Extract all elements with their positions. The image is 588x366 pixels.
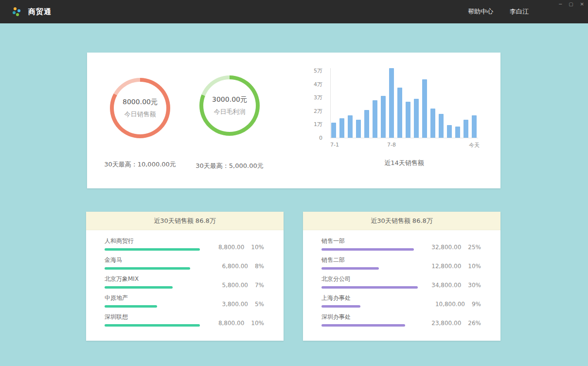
- today-sales-value: 8000.00元: [123, 98, 158, 107]
- list-item: 金海马 6,800.008%: [105, 256, 264, 275]
- sales-percent: 9%: [472, 301, 481, 308]
- minimize-button[interactable]: ─: [558, 1, 563, 7]
- user-name[interactable]: 李白江: [510, 7, 529, 16]
- titlebar: 商贸通 帮助中心 李白江 ─ ▢ ✕: [0, 0, 588, 23]
- department-sales-card-title: 近30天销售额 86.8万: [303, 212, 500, 230]
- sales-bar: [105, 305, 157, 308]
- sales-bar: [105, 248, 200, 251]
- ytick-3: 3万: [298, 94, 322, 101]
- ytick-0: 0: [298, 135, 322, 141]
- row-value: 6,800.008%: [222, 263, 264, 270]
- bar-track: [321, 305, 419, 308]
- sales-day-bar: [439, 114, 444, 138]
- sales-amount: 12,800.00: [431, 263, 461, 270]
- sales-amount: 3,800.00: [222, 301, 248, 308]
- sales-day-bar: [406, 102, 410, 138]
- sales-day-bar: [356, 120, 361, 138]
- sales-bar: [105, 324, 200, 327]
- sales-day-bar: [373, 100, 377, 138]
- ytick-1: 1万: [298, 121, 322, 128]
- sales-amount: 34,800.00: [431, 282, 461, 289]
- list-item: 销售一部 32,800.0025%: [321, 237, 481, 256]
- list-item: 人和商贸行 8,800.0010%: [105, 237, 264, 256]
- row-value: 32,800.0025%: [431, 244, 481, 251]
- today-profit-donut-center: 3000.00元 今日毛利润: [203, 79, 256, 132]
- sales-day-bar: [455, 127, 460, 138]
- sales-bar: [321, 248, 414, 251]
- bar-track: [321, 324, 419, 327]
- sales-bar: [321, 324, 405, 327]
- bar-track: [105, 324, 202, 327]
- sales-percent: 10%: [468, 263, 481, 270]
- xtick-last: 今天: [469, 142, 480, 149]
- sales-day-bar: [414, 99, 419, 138]
- today-profit-value: 3000.00元: [212, 95, 247, 104]
- customer-sales-card-title: 近30天销售额 86.8万: [86, 212, 284, 230]
- sales-day-bar: [389, 68, 394, 138]
- ytick-5: 5万: [298, 67, 322, 74]
- sales-day-bar: [447, 125, 452, 138]
- row-value: 5,800.007%: [222, 282, 264, 289]
- sales-percent: 26%: [468, 320, 481, 327]
- list-item: 深圳联想 8,800.0010%: [105, 313, 264, 332]
- sales-percent: 8%: [255, 263, 264, 270]
- ytick-4: 4万: [298, 80, 322, 88]
- list-item: 北京分公司 34,800.0030%: [321, 275, 481, 294]
- department-sales-list: 销售一部 32,800.0025% 销售二部 12,800.0010% 北京分公…: [303, 230, 500, 332]
- sales-day-bar: [472, 115, 477, 138]
- sales-bar: [105, 267, 190, 270]
- help-center-link[interactable]: 帮助中心: [468, 7, 493, 16]
- close-button[interactable]: ✕: [579, 1, 585, 7]
- app-title: 商贸通: [28, 7, 52, 17]
- row-value: 3,800.005%: [222, 301, 264, 308]
- sales-day-bar: [397, 88, 402, 138]
- sales-amount: 10,800.00: [435, 301, 465, 308]
- row-value: 12,800.0010%: [431, 263, 481, 270]
- sales-day-bar: [339, 118, 344, 138]
- row-value: 8,800.0010%: [218, 244, 264, 251]
- today-profit-donut: 3000.00元 今日毛利润: [199, 75, 260, 136]
- sales-day-bar: [422, 79, 427, 138]
- maximize-button[interactable]: ▢: [568, 1, 574, 7]
- sales-day-bar: [348, 115, 353, 138]
- sales-day-bar: [381, 96, 386, 138]
- sales-amount: 8,800.00: [218, 320, 244, 327]
- bar-track: [105, 286, 202, 289]
- ytick-2: 2万: [298, 107, 322, 114]
- sales-day-bar: [331, 123, 336, 138]
- sales-day-bar: [430, 109, 435, 138]
- x-axis-line: [330, 138, 478, 138]
- sales-bar: [321, 305, 360, 308]
- row-value: 23,800.0026%: [431, 320, 481, 327]
- overview-card: 8000.00元 今日销售额 30天最高：10,000.00元 3000.00元…: [87, 53, 500, 188]
- customer-sales-card: 近30天销售额 86.8万 人和商贸行 8,800.0010% 金海马 6,80…: [86, 212, 284, 341]
- list-item: 销售二部 12,800.0010%: [321, 256, 481, 275]
- sales-amount: 5,800.00: [222, 282, 248, 289]
- sales-percent: 25%: [468, 244, 481, 251]
- bar-track: [321, 248, 419, 251]
- customer-sales-list: 人和商贸行 8,800.0010% 金海马 6,800.008% 北京万象MIX…: [86, 230, 284, 332]
- today-sales-donut: 8000.00元 今日销售额: [110, 78, 170, 138]
- app-logo-icon: [11, 6, 22, 18]
- sales-day-bar: [463, 120, 468, 138]
- row-value: 8,800.0010%: [218, 320, 264, 327]
- sales-bar: [105, 286, 173, 289]
- sales-percent: 30%: [468, 282, 481, 289]
- sales-bar: [321, 267, 379, 270]
- bar-track: [321, 286, 419, 289]
- bar-track: [105, 305, 202, 308]
- daily-chart-caption: 近14天销售额: [331, 159, 477, 167]
- daily-bars: [331, 68, 477, 138]
- today-sales-label: 今日销售额: [125, 110, 156, 119]
- row-value: 10,800.009%: [435, 301, 481, 308]
- sales-percent: 7%: [255, 282, 264, 289]
- today-profit-label: 今日毛利润: [214, 108, 246, 116]
- sales-amount: 32,800.00: [431, 244, 461, 251]
- sales-amount: 6,800.00: [222, 263, 248, 270]
- list-item: 上海办事处 10,800.009%: [321, 294, 481, 313]
- xtick-first: 7-1: [330, 142, 339, 148]
- sales-percent: 10%: [251, 320, 264, 327]
- today-profit-max: 30天最高：5,000.00元: [176, 162, 283, 170]
- sales-percent: 10%: [251, 244, 264, 251]
- sales-amount: 8,800.00: [218, 244, 244, 251]
